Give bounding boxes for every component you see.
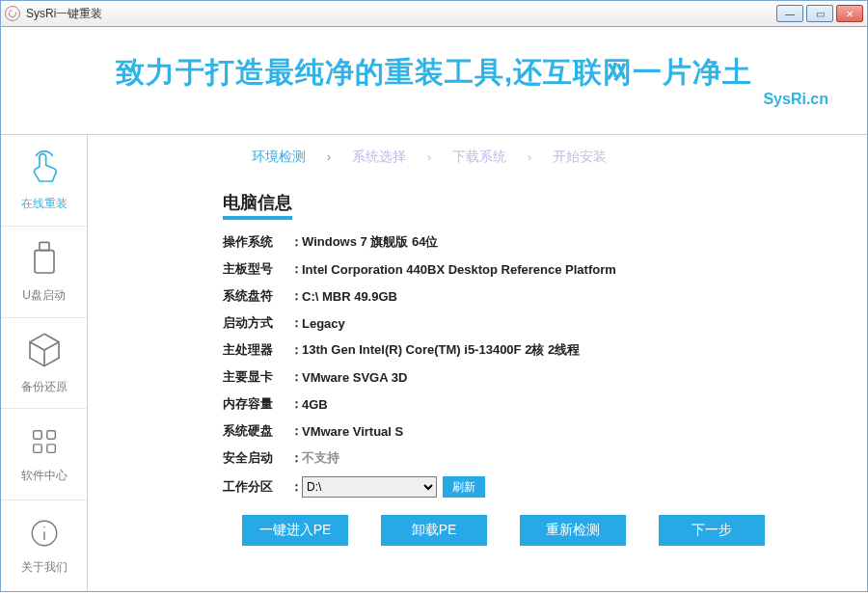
sidebar-item-label: 关于我们 (21, 559, 68, 576)
info-value: C:\ MBR 49.9GB (302, 289, 397, 304)
refresh-button[interactable]: 刷新 (443, 476, 485, 498)
step-install[interactable]: 开始安装 (553, 148, 607, 166)
computer-info: 操作系统：Windows 7 旗舰版 64位 主板型号：Intel Corpor… (223, 233, 828, 498)
svg-rect-0 (35, 251, 54, 273)
info-value: VMware SVGA 3D (302, 370, 407, 385)
info-key: 系统盘符 (223, 287, 290, 305)
info-key: 工作分区 (223, 478, 290, 496)
info-key: 主处理器 (223, 341, 290, 359)
section-title: 电脑信息 (223, 191, 292, 220)
sidebar-item-label: 备份还原 (21, 379, 68, 395)
minimize-button[interactable]: — (776, 5, 803, 22)
window-buttons: — ▭ ✕ (776, 5, 863, 22)
banner-url: SysRi.cn (763, 91, 828, 108)
box-icon (25, 331, 64, 373)
close-button[interactable]: ✕ (836, 5, 863, 22)
sidebar-item-label: 软件中心 (21, 468, 68, 484)
step-indicator: 环境检测 › 系统选择 › 下载系统 › 开始安装 (252, 148, 828, 166)
svg-rect-2 (33, 430, 41, 439)
info-row-os: 操作系统：Windows 7 旗舰版 64位 (223, 233, 828, 251)
sidebar-item-backup-restore[interactable]: 备份还原 (1, 318, 87, 410)
info-value: 13th Gen Intel(R) Core(TM) i5-13400F 2核 … (302, 341, 580, 359)
info-row-boot: 启动方式：Legacy (223, 314, 828, 332)
svg-rect-3 (46, 430, 55, 439)
sidebar-item-label: 在线重装 (21, 196, 68, 212)
info-row-cpu: 主处理器：13th Gen Intel(R) Core(TM) i5-13400… (223, 341, 828, 359)
info-icon (28, 517, 61, 553)
next-button[interactable]: 下一步 (659, 515, 765, 546)
info-key: 操作系统 (223, 233, 290, 251)
enter-pe-button[interactable]: 一键进入PE (242, 515, 348, 546)
sidebar: 在线重装 U盘启动 备份还原 软件中心 (1, 135, 88, 591)
title-bar: SysRi一键重装 — ▭ ✕ (0, 0, 868, 27)
unload-pe-button[interactable]: 卸载PE (381, 515, 487, 546)
info-value: Windows 7 旗舰版 64位 (302, 233, 438, 251)
step-env-check[interactable]: 环境检测 (252, 148, 306, 166)
info-row-work-partition: 工作分区： D:\ 刷新 (223, 476, 828, 498)
info-key: 启动方式 (223, 314, 290, 332)
sidebar-item-online-reinstall[interactable]: 在线重装 (1, 135, 87, 227)
usb-icon (25, 239, 64, 282)
action-buttons: 一键进入PE 卸载PE 重新检测 下一步 (242, 515, 828, 546)
main-panel: 环境检测 › 系统选择 › 下载系统 › 开始安装 电脑信息 操作系统：Wind… (88, 135, 867, 591)
info-value: Legacy (302, 316, 345, 331)
app-icon (5, 6, 20, 21)
work-partition-select[interactable]: D:\ (302, 476, 437, 498)
window-title: SysRi一键重装 (26, 6, 776, 22)
hand-tap-icon (25, 148, 64, 190)
info-row-mem: 内存容量：4GB (223, 395, 828, 413)
info-key: 系统硬盘 (223, 422, 290, 440)
info-key: 主板型号 (223, 260, 290, 278)
info-value: Intel Corporation 440BX Desktop Referenc… (302, 262, 616, 277)
info-value: 不支持 (302, 449, 339, 467)
recheck-button[interactable]: 重新检测 (520, 515, 626, 546)
apps-icon (28, 425, 61, 462)
chevron-right-icon: › (327, 150, 331, 164)
sidebar-item-about[interactable]: 关于我们 (1, 500, 87, 591)
chevron-right-icon: › (427, 150, 431, 164)
maximize-button[interactable]: ▭ (806, 5, 833, 22)
info-value: 4GB (302, 397, 328, 412)
info-row-gpu: 主要显卡：VMware SVGA 3D (223, 368, 828, 386)
svg-rect-4 (33, 445, 41, 453)
banner-slogan: 致力于打造最纯净的重装工具,还互联网一片净土 (116, 53, 752, 93)
info-key: 主要显卡 (223, 368, 290, 386)
sidebar-item-software-center[interactable]: 软件中心 (1, 409, 87, 500)
info-key: 内存容量 (223, 395, 290, 413)
sidebar-item-label: U盘启动 (22, 287, 66, 304)
info-value: VMware Virtual S (302, 424, 403, 439)
svg-rect-5 (46, 445, 55, 453)
info-row-secure: 安全启动：不支持 (223, 449, 828, 467)
chevron-right-icon: › (528, 150, 531, 164)
svg-rect-1 (40, 243, 49, 251)
sidebar-item-usb-boot[interactable]: U盘启动 (1, 227, 87, 318)
info-key: 安全启动 (223, 449, 290, 467)
step-system-select[interactable]: 系统选择 (352, 148, 406, 166)
info-row-sysdrive: 系统盘符：C:\ MBR 49.9GB (223, 287, 828, 305)
banner: 致力于打造最纯净的重装工具,还互联网一片净土 SysRi.cn (1, 27, 867, 135)
info-row-board: 主板型号：Intel Corporation 440BX Desktop Ref… (223, 260, 828, 278)
info-row-disk: 系统硬盘：VMware Virtual S (223, 422, 828, 440)
step-download[interactable]: 下载系统 (452, 148, 506, 166)
